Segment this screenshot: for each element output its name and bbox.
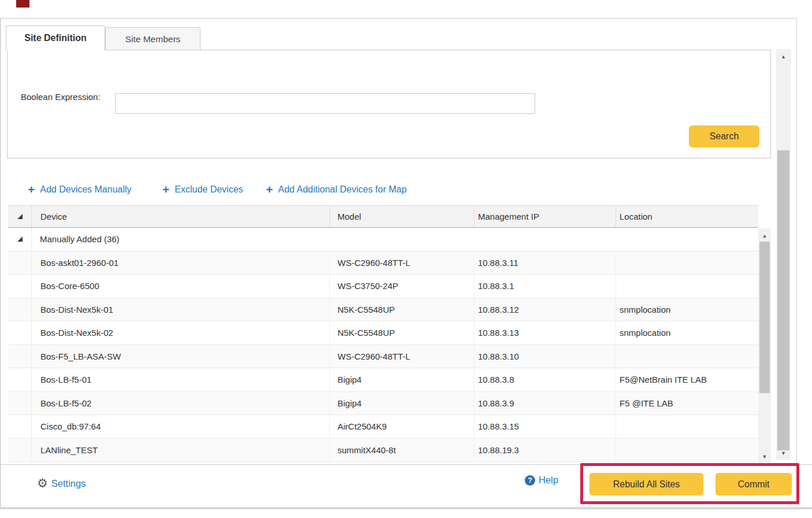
- column-header-management-ip[interactable]: Management IP: [474, 206, 616, 227]
- commit-button[interactable]: Commit: [715, 473, 792, 495]
- column-header-device[interactable]: Device: [32, 212, 329, 221]
- site-definition-dialog: Site Members Site Definition Boolean Exp…: [0, 0, 812, 518]
- cell-model: WS-C2960-48TT-L: [329, 345, 474, 368]
- cell-location: [616, 439, 758, 462]
- cell-management-ip: 10.88.19.3: [474, 439, 616, 462]
- help-label: Help: [539, 475, 558, 486]
- table-row[interactable]: Bos-LB-f5-01 Bigip4 10.88.3.8 F5@NetBrai…: [8, 368, 758, 392]
- collapse-all-cell[interactable]: [8, 206, 32, 227]
- cell-location: F5 @ITE LAB: [616, 392, 758, 415]
- cell-model: AirCt2504K9: [329, 415, 474, 438]
- table-scrollbar-thumb[interactable]: [759, 242, 770, 393]
- row-gutter: [8, 368, 32, 391]
- cell-model: WS-C2960-48TT-L: [329, 251, 474, 275]
- cell-device: Bos-askt01-2960-01: [32, 258, 329, 268]
- cell-device: Cisco_db:97:64: [32, 421, 329, 431]
- scroll-down-icon[interactable]: ▼: [776, 449, 791, 457]
- tab-site-definition[interactable]: Site Definition: [6, 25, 105, 50]
- plus-icon: +: [266, 184, 273, 195]
- cell-management-ip: 10.88.3.11: [474, 251, 616, 275]
- group-expand-cell[interactable]: [8, 228, 32, 251]
- add-devices-manually-label: Add Devices Manually: [40, 184, 131, 195]
- cell-device: Bos-F5_LB-ASA-SW: [32, 352, 329, 361]
- device-actions-toolbar: + Add Devices Manually + Exclude Devices…: [0, 184, 751, 200]
- group-expand-triangle-icon: [17, 236, 23, 242]
- cell-model: Bigip4: [329, 392, 474, 415]
- row-gutter: [8, 415, 32, 438]
- row-gutter: [8, 439, 32, 462]
- table-row[interactable]: Cisco_db:97:64 AirCt2504K9 10.88.3.15: [8, 415, 758, 439]
- table-row[interactable]: Bos-LB-f5-02 Bigip4 10.88.3.9 F5 @ITE LA…: [8, 392, 758, 416]
- table-row[interactable]: Bos-askt01-2960-01 WS-C2960-48TT-L 10.88…: [8, 251, 758, 275]
- rebuild-all-sites-button[interactable]: Rebuild All Sites: [589, 473, 703, 495]
- cell-device: Bos-LB-f5-02: [32, 398, 329, 408]
- cell-location: F5@NetBrain ITE LAB: [616, 368, 758, 391]
- settings-label: Settings: [51, 478, 86, 489]
- scroll-up-icon[interactable]: ▲: [758, 232, 771, 240]
- cell-management-ip: 10.88.3.10: [474, 345, 616, 368]
- add-additional-devices-label: Add Additional Devices for Map: [278, 184, 406, 195]
- column-header-location[interactable]: Location: [616, 206, 758, 227]
- group-row-manually-added[interactable]: Manually Added (36): [8, 228, 758, 251]
- cell-model: N5K-C5548UP: [329, 298, 474, 321]
- cell-device: Bos-Dist-Nex5k-01: [32, 305, 329, 314]
- cell-location: [616, 345, 758, 368]
- annotation-marker: [16, 0, 29, 8]
- table-row[interactable]: Bos-Dist-Nex5k-01 N5K-C5548UP 10.88.3.12…: [8, 298, 758, 322]
- add-devices-manually-link[interactable]: + Add Devices Manually: [28, 184, 132, 195]
- cell-device: LANline_TEST: [32, 445, 329, 455]
- tab-site-members[interactable]: Site Members: [105, 27, 201, 50]
- scroll-up-icon[interactable]: ▲: [776, 53, 791, 61]
- table-row[interactable]: Bos-Core-6500 WS-C3750-24P 10.88.3.1: [8, 275, 758, 298]
- cell-management-ip: 10.88.3.15: [474, 415, 616, 438]
- tab-site-definition-label: Site Definition: [24, 33, 87, 43]
- dialog-right-border: [796, 18, 797, 464]
- dialog-bottom-edge: [0, 507, 812, 509]
- boolean-expression-label: Boolean Expression:: [21, 92, 101, 102]
- cell-model: summitX440-8t: [329, 439, 474, 462]
- table-scrollbar[interactable]: ▲ ▼: [758, 228, 771, 462]
- device-table-header: Device Model Management IP Location: [8, 205, 758, 228]
- cell-location: [616, 275, 758, 298]
- row-gutter: [8, 275, 32, 298]
- cell-management-ip: 10.88.3.13: [474, 321, 616, 345]
- group-label: Manually Added (36): [32, 234, 120, 244]
- device-table-body: Manually Added (36) Bos-askt01-2960-01 W…: [8, 228, 758, 462]
- cell-management-ip: 10.88.3.9: [474, 392, 616, 415]
- row-gutter: [8, 345, 32, 368]
- cell-device: Bos-LB-f5-01: [32, 375, 329, 384]
- dialog-scrollbar-thumb[interactable]: [777, 150, 789, 450]
- exclude-devices-label: Exclude Devices: [175, 184, 243, 195]
- tab-site-members-label: Site Members: [125, 34, 181, 45]
- table-row[interactable]: LANline_TEST summitX440-8t 10.88.19.3: [8, 439, 758, 462]
- settings-link[interactable]: ⚙ Settings: [37, 476, 86, 491]
- cell-model: WS-C3750-24P: [329, 275, 474, 298]
- help-link[interactable]: ? Help: [525, 475, 558, 486]
- cell-management-ip: 10.88.3.1: [474, 275, 616, 298]
- dialog-left-border: [0, 18, 1, 507]
- dialog-top-border: [0, 18, 797, 18]
- plus-icon: +: [162, 184, 169, 195]
- gear-icon: ⚙: [37, 476, 48, 491]
- add-additional-devices-link[interactable]: + Add Additional Devices for Map: [266, 184, 407, 195]
- cell-device: Bos-Core-6500: [32, 281, 329, 291]
- cell-management-ip: 10.88.3.12: [474, 298, 616, 321]
- exclude-devices-link[interactable]: + Exclude Devices: [162, 184, 243, 195]
- table-row[interactable]: Bos-F5_LB-ASA-SW WS-C2960-48TT-L 10.88.3…: [8, 345, 758, 369]
- cell-location: [616, 415, 758, 438]
- cell-location: snmplocation: [616, 298, 758, 321]
- search-button[interactable]: Search: [689, 125, 759, 147]
- row-gutter: [8, 321, 32, 345]
- column-header-model[interactable]: Model: [329, 206, 474, 227]
- site-definition-panel: Boolean Expression: Search: [7, 50, 771, 158]
- table-row[interactable]: Bos-Dist-Nex5k-02 N5K-C5548UP 10.88.3.13…: [8, 321, 758, 345]
- boolean-expression-input[interactable]: [115, 93, 535, 114]
- cell-location: snmplocation: [616, 321, 758, 345]
- scroll-down-icon[interactable]: ▼: [758, 453, 771, 461]
- cell-device: Bos-Dist-Nex5k-02: [32, 328, 329, 338]
- cell-location: [616, 251, 758, 275]
- row-gutter: [8, 251, 32, 275]
- collapse-triangle-icon: [17, 214, 23, 219]
- dialog-scrollbar[interactable]: ▲ ▼: [776, 49, 791, 460]
- cell-model: N5K-C5548UP: [329, 321, 474, 345]
